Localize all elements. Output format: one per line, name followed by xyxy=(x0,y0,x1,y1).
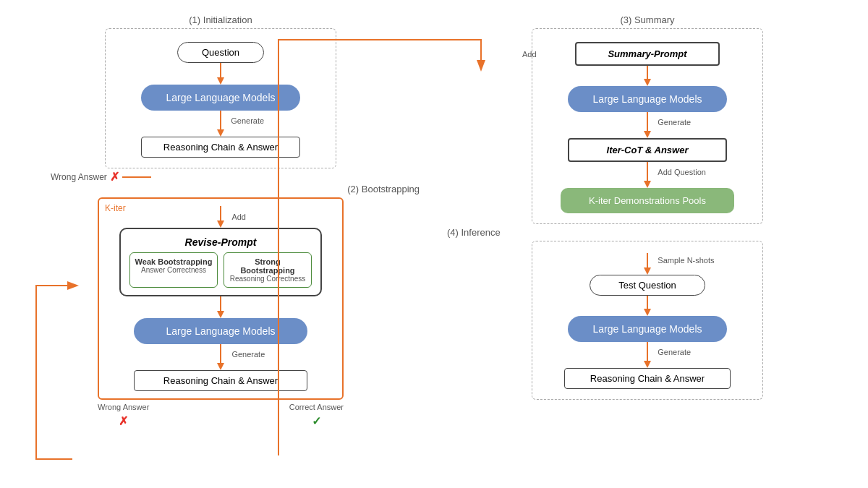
svg-marker-18 xyxy=(644,267,651,275)
add-label-3: Add xyxy=(522,50,537,59)
wrong-answer-label-2: Wrong Answer xyxy=(98,403,149,411)
generate-label-2: Generate xyxy=(231,350,265,359)
revise-prompt-node: Revise-Prompt Weak Bootstrapping Answer … xyxy=(119,228,322,296)
weak-bootstrapping-node: Weak Bootstrapping Answer Correctness xyxy=(129,252,218,288)
correct-answer-label: Correct Answer xyxy=(289,403,344,411)
output-node-1: Reasoning Chain & Answer xyxy=(141,137,300,158)
generate-label-1: Generate xyxy=(231,116,264,125)
svg-marker-6 xyxy=(217,221,224,228)
llm-node-4: Large Language Models xyxy=(568,316,727,342)
output-node-2: Reasoning Chain & Answer xyxy=(134,370,307,391)
svg-marker-10 xyxy=(217,363,224,370)
iter-cot-node: Iter-CoT & Answer xyxy=(568,138,727,162)
svg-marker-12 xyxy=(644,79,651,86)
test-question-node: Test Question xyxy=(590,275,705,296)
add-label-2: Add xyxy=(231,213,246,221)
question-node: Question xyxy=(177,42,264,63)
svg-marker-3 xyxy=(217,129,224,137)
section3-label: (3) Summary xyxy=(620,14,674,25)
sample-label: Sample N-shots xyxy=(658,256,714,265)
llm-node-1: Large Language Models xyxy=(141,85,300,111)
generate-label-4: Generate xyxy=(658,348,691,356)
svg-marker-14 xyxy=(644,131,651,138)
svg-marker-8 xyxy=(217,311,224,318)
llm-node-2: Large Language Models xyxy=(134,318,307,344)
svg-marker-16 xyxy=(644,181,651,188)
output-node-4: Reasoning Chain & Answer xyxy=(564,368,731,389)
add-question-label: Add Question xyxy=(658,168,706,176)
strong-bootstrapping-node: Strong Bootstrapping Reasoning Correctne… xyxy=(224,252,312,288)
wrong-answer-label-1: Wrong Answer xyxy=(51,172,107,182)
section2-label: (2) Bootstrapping xyxy=(347,184,420,194)
demo-pool-node: K-iter Demonstrations Pools xyxy=(561,188,734,213)
svg-marker-22 xyxy=(644,361,651,368)
section4-label: (4) Inference xyxy=(447,227,501,238)
summary-prompt-node: Summary-Prompt xyxy=(575,42,720,66)
svg-marker-1 xyxy=(217,77,224,85)
llm-node-3: Large Language Models xyxy=(568,86,727,112)
section1-label: (1) Initialization xyxy=(189,14,252,25)
generate-label-3: Generate xyxy=(658,118,691,127)
svg-marker-20 xyxy=(644,309,651,316)
